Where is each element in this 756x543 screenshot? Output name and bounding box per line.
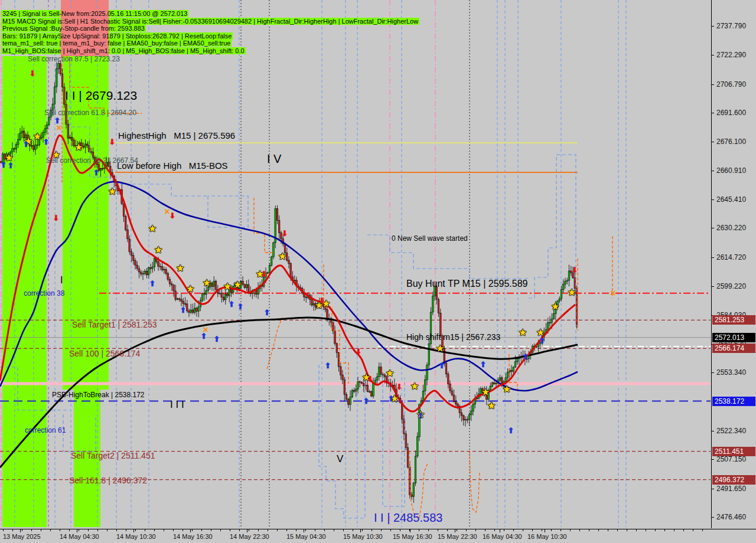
sell-arrow-icon[interactable]: ⬇ [261, 270, 268, 278]
chart-annotation[interactable]: HighestHigh M15 | 2675.596 [118, 130, 235, 140]
sell-arrow-icon[interactable]: ⬇ [282, 230, 288, 237]
chart-canvas[interactable] [0, 0, 711, 528]
star-signal-icon[interactable]: ★ [175, 263, 184, 273]
star-signal-icon[interactable]: ★ [202, 278, 211, 288]
time-tick-minor [561, 529, 561, 531]
price-tick-mark [712, 55, 714, 55]
chart-annotation[interactable]: Sell 100 | 2566.174 [69, 349, 140, 358]
x-mark-icon[interactable]: × [164, 207, 170, 217]
time-tick-minor [268, 529, 268, 531]
buy-arrow-icon[interactable]: ⬆ [8, 162, 14, 169]
buy-arrow-icon[interactable]: ⬆ [149, 280, 156, 287]
star-signal-icon[interactable]: ★ [487, 401, 496, 411]
time-tick-minor [655, 529, 656, 531]
star-signal-icon[interactable]: ★ [107, 187, 116, 197]
buy-arrow-icon[interactable]: ⬆ [539, 337, 546, 345]
time-tick-minor [466, 529, 467, 531]
time-tick-major [500, 529, 500, 532]
chart-annotation[interactable]: High shift m15 | 2567.233 [406, 332, 500, 342]
star-signal-icon[interactable]: ★ [51, 150, 60, 160]
time-tick-minor [447, 529, 448, 531]
time-tick-minor [646, 529, 646, 531]
trailing-stop-line [470, 452, 480, 512]
chart-annotation[interactable]: I I | 2485.583 [374, 511, 442, 525]
star-signal-icon[interactable]: ★ [148, 224, 157, 234]
time-tick-label: 14 May 10:30 [116, 533, 156, 540]
chart-annotation[interactable]: Sell Target1 | 2581.253 [72, 320, 157, 329]
time-tick-major [455, 529, 455, 532]
buy-arrow-icon[interactable]: ⬆ [1, 161, 7, 169]
star-signal-icon[interactable]: ★ [385, 368, 394, 378]
star-signal-icon[interactable]: ★ [32, 132, 41, 142]
sell-arrow-icon[interactable]: ⬇ [396, 383, 403, 391]
star-signal-icon[interactable]: ★ [74, 142, 83, 152]
chart-annotation[interactable]: I [60, 275, 63, 286]
buy-arrow-icon[interactable]: ⬆ [229, 300, 235, 308]
star-signal-icon[interactable]: ★ [185, 284, 194, 294]
chart-annotation[interactable]: I I I [170, 399, 184, 411]
sell-arrow-icon[interactable]: ⬇ [367, 375, 374, 383]
chart-annotation[interactable]: I V [267, 152, 281, 166]
chart-annotation[interactable]: Sell 161.8 | 2496.372 [69, 476, 147, 485]
time-tick-label: 14 May 16:30 [173, 533, 213, 540]
sell-arrow-icon[interactable]: ⬇ [109, 138, 116, 146]
x-mark-icon[interactable]: × [56, 123, 61, 133]
chart-annotation[interactable]: Low before High M15-BOS [117, 161, 228, 171]
time-tick-minor [664, 529, 665, 531]
chart-annotation[interactable]: Sell Target2 | 2511.451 [71, 451, 155, 460]
sell-arrow-icon[interactable]: ⬇ [53, 214, 60, 222]
sell-arrow-icon[interactable]: ⬇ [572, 266, 578, 274]
star-signal-icon[interactable]: ★ [518, 328, 527, 338]
chart-annotation[interactable]: correction 38 [24, 289, 64, 297]
time-tick-minor [504, 529, 504, 531]
buy-arrow-icon[interactable]: ⬆ [363, 397, 370, 405]
star-signal-icon[interactable]: ★ [435, 344, 444, 354]
star-signal-icon[interactable]: ★ [154, 245, 162, 255]
buy-arrow-icon[interactable]: ⬆ [508, 427, 514, 434]
time-tick-minor [627, 529, 627, 531]
sell-arrow-icon[interactable]: ⬇ [170, 212, 176, 220]
buy-arrow-icon[interactable]: ⬆ [23, 140, 30, 148]
star-signal-icon[interactable]: ★ [550, 302, 559, 312]
sell-arrow-icon[interactable]: ⬇ [356, 348, 362, 355]
buy-arrow-icon[interactable]: ⬆ [388, 395, 395, 403]
star-signal-icon[interactable]: ★ [233, 280, 242, 290]
chart-annotation[interactable]: I I | 2679.123 [65, 89, 137, 103]
sell-arrow-icon[interactable]: ⬇ [30, 70, 36, 77]
buy-arrow-icon[interactable]: ⬆ [523, 353, 529, 361]
buy-arrow-icon[interactable]: ⬆ [264, 309, 271, 316]
time-tick-minor [230, 529, 230, 531]
buy-arrow-icon[interactable]: ⬆ [43, 138, 50, 146]
time-axis[interactable]: 13 May 202514 May 04:3014 May 10:3014 Ma… [0, 529, 756, 543]
price-tick-mark [712, 142, 714, 142]
price-tick-mark [712, 199, 714, 200]
chart-annotation[interactable]: Buy Hunt TP M15 | 2595.589 [406, 279, 527, 289]
buy-arrow-icon[interactable]: ⬆ [180, 306, 187, 314]
buy-arrow-icon[interactable]: ⬆ [418, 412, 424, 420]
buy-arrow-icon[interactable]: ⬆ [93, 169, 100, 176]
buy-arrow-icon[interactable]: ⬆ [237, 303, 244, 310]
time-tick-minor [579, 529, 580, 531]
star-signal-icon[interactable]: ★ [481, 387, 490, 397]
header-line-indicators: M15 MACD Signal is:Sell | H1 Stochastic … [1, 18, 419, 25]
price-axis[interactable]: 2737.7902722.2902706.7902691.6002676.100… [711, 0, 756, 528]
buy-arrow-icon[interactable]: ⬆ [214, 335, 220, 343]
time-tick-minor [164, 529, 164, 531]
star-signal-icon[interactable]: ★ [223, 282, 232, 292]
chart-annotation[interactable]: PSB-HighToBreak | 2538.172 [52, 391, 145, 399]
star-signal-icon[interactable]: ★ [502, 384, 511, 394]
chart-annotation[interactable]: 0 New Sell wave started [392, 234, 468, 243]
star-signal-icon[interactable]: ★ [410, 381, 419, 391]
buy-arrow-icon[interactable]: ⬆ [439, 362, 445, 369]
x-mark-icon[interactable]: × [610, 289, 615, 298]
buy-arrow-icon[interactable]: ⬆ [325, 362, 331, 369]
sell-arrow-icon[interactable]: ⬇ [319, 297, 325, 305]
star-signal-icon[interactable]: ★ [278, 251, 286, 261]
star-signal-icon[interactable]: ★ [567, 287, 576, 297]
chart-annotation[interactable]: V [337, 453, 343, 465]
chart-annotation[interactable]: correction 61 [25, 426, 66, 434]
buy-arrow-icon[interactable]: ⬆ [480, 361, 487, 368]
x-mark-icon[interactable]: × [203, 325, 208, 335]
time-tick-minor [183, 529, 183, 531]
chart-annotation[interactable]: Sell correction 87.5 | 2723.23 [28, 55, 120, 63]
